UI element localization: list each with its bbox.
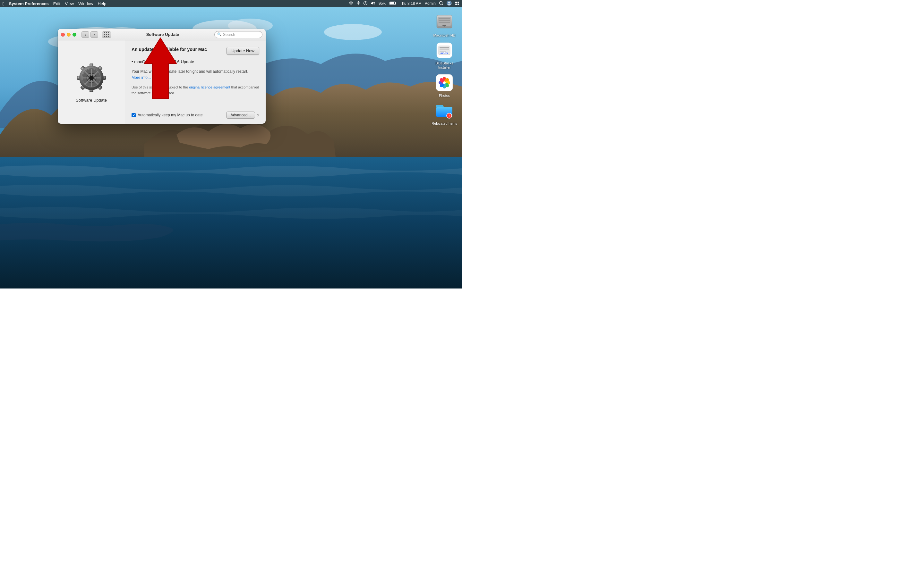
search-icon-small: 🔍 <box>217 32 222 37</box>
svg-rect-18 <box>457 3 459 5</box>
software-update-label: Software Update <box>76 98 107 103</box>
svg-rect-22 <box>443 25 446 26</box>
software-update-window: ‹ › Software Update 🔍 Search <box>58 29 266 124</box>
battery-percentage: 95% <box>379 1 386 6</box>
svg-point-12 <box>439 1 443 4</box>
bullet-item: • macOS Catalina 10.15.6 Update <box>132 59 194 64</box>
svg-rect-30 <box>439 51 446 52</box>
svg-point-66 <box>89 76 94 80</box>
software-update-icon <box>75 62 107 94</box>
window-titlebar: ‹ › Software Update 🔍 Search <box>58 29 266 40</box>
back-button[interactable]: ‹ <box>81 31 89 38</box>
close-button[interactable] <box>61 33 65 37</box>
update-description-text: Your Mac will try to update later tonigh… <box>132 69 248 74</box>
desktop-icon-macintosh-hd[interactable]: Macintosh HD <box>431 13 457 37</box>
search-placeholder: Search <box>223 32 235 37</box>
more-info-link[interactable]: More info... <box>132 75 151 80</box>
svg-rect-11 <box>390 2 394 4</box>
window-title: Software Update <box>113 32 212 37</box>
apple-menu[interactable]:  <box>3 1 4 6</box>
search-box[interactable]: 🔍 Search <box>214 31 262 38</box>
svg-rect-28 <box>439 47 449 48</box>
advanced-button[interactable]: Advanced... <box>226 111 255 119</box>
auto-update-checkbox[interactable]: ✓ <box>132 113 136 117</box>
desktop-icon-photos[interactable]: Photos <box>431 73 457 98</box>
update-description-block: Your Mac will try to update later tonigh… <box>132 68 259 80</box>
left-panel: Software Update <box>58 40 125 124</box>
svg-rect-15 <box>455 2 457 3</box>
svg-point-41 <box>443 81 446 84</box>
checkbox-checkmark: ✓ <box>132 113 135 117</box>
maximize-button[interactable] <box>73 33 76 37</box>
bluetooth-icon[interactable] <box>357 1 360 6</box>
svg-text:!: ! <box>449 114 450 118</box>
svg-rect-25 <box>439 22 450 23</box>
window-body: Software Update An update is available f… <box>58 40 266 124</box>
menu-window[interactable]: Window <box>78 1 93 6</box>
svg-rect-16 <box>457 2 459 3</box>
wifi-icon[interactable] <box>349 1 354 6</box>
clock: Thu 8:18 AM <box>400 1 422 6</box>
volume-icon[interactable] <box>371 1 375 6</box>
navigation-buttons: ‹ › <box>81 31 98 38</box>
menu-view[interactable]: View <box>65 1 74 6</box>
photos-label: Photos <box>439 93 450 98</box>
license-block: Use of this software is subject to the o… <box>132 84 259 96</box>
desktop-icons-container: Macintosh HD BlueStacks Installer <box>431 13 457 126</box>
menu-help[interactable]: Help <box>97 1 106 6</box>
forward-button[interactable]: › <box>90 31 98 38</box>
auto-update-row: ✓ Automatically keep my Mac up to date <box>132 113 203 117</box>
svg-rect-23 <box>439 18 450 19</box>
update-header: An update is available for your Mac Upda… <box>132 47 259 55</box>
license-agreement-link[interactable]: original licence agreement <box>189 85 230 89</box>
macintosh-hd-label: Macintosh HD <box>433 33 455 37</box>
svg-point-14 <box>448 2 450 3</box>
control-center-icon[interactable] <box>455 1 459 6</box>
update-now-button[interactable]: Update Now <box>226 47 259 55</box>
license-text-start: Use of this software is subject to the <box>132 85 189 89</box>
battery-icon[interactable] <box>389 1 397 6</box>
svg-rect-29 <box>439 49 449 50</box>
svg-rect-24 <box>439 20 450 21</box>
grid-view-button[interactable] <box>102 31 111 38</box>
update-bullet: • macOS Catalina 10.15.6 Update <box>132 59 259 64</box>
menubar:  System Preferences Edit View Window He… <box>0 0 462 7</box>
bluestacks-label: BlueStacks Installer <box>431 61 457 69</box>
svg-point-6 <box>324 24 382 40</box>
user-avatar[interactable] <box>447 1 452 7</box>
bottom-row: ✓ Automatically keep my Mac up to date A… <box>132 111 259 119</box>
svg-rect-17 <box>455 3 457 5</box>
minimize-button[interactable] <box>67 33 71 37</box>
help-button[interactable]: ? <box>257 113 259 118</box>
relocated-items-label: Relocated Items <box>431 121 457 126</box>
search-icon[interactable] <box>439 1 443 6</box>
window-traffic-lights <box>61 33 76 37</box>
user-name[interactable]: Admin <box>425 1 436 6</box>
right-panel: An update is available for your Mac Upda… <box>125 40 266 124</box>
auto-update-label: Automatically keep my Mac up to date <box>137 113 203 117</box>
update-headline: An update is available for your Mac <box>132 47 223 52</box>
menu-edit[interactable]: Edit <box>53 1 60 6</box>
desktop-icon-bluestacks[interactable]: BlueStacks Installer <box>431 41 457 69</box>
desktop-icon-relocated-items[interactable]: ! Relocated Items <box>431 101 457 126</box>
timemachine-icon[interactable] <box>363 1 368 6</box>
app-name[interactable]: System Preferences <box>9 1 48 6</box>
svg-rect-10 <box>395 2 396 4</box>
